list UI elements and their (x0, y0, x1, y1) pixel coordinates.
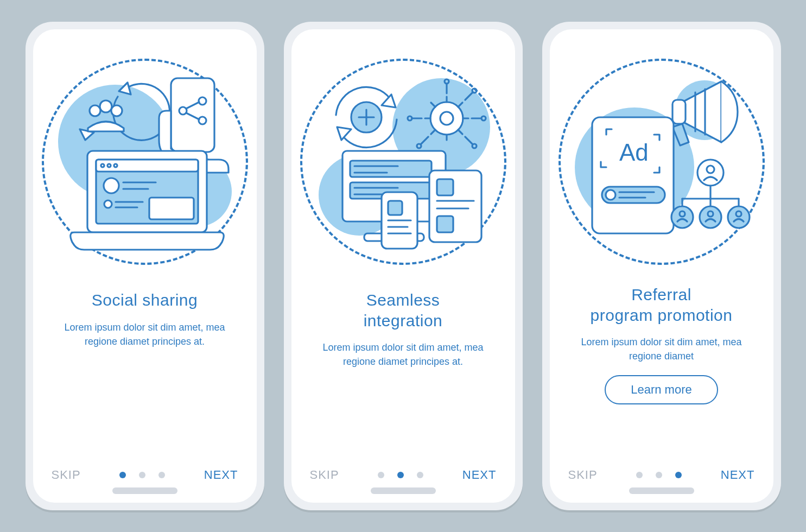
home-indicator (629, 487, 694, 494)
svg-point-3 (90, 105, 100, 116)
svg-rect-73 (592, 117, 674, 233)
phone-mockup-3: Ad (542, 22, 781, 510)
learn-more-button[interactable]: Learn more (605, 375, 718, 404)
page-dot-2[interactable] (656, 472, 662, 478)
onboarding-screen-3: Ad (550, 29, 773, 503)
svg-point-48 (472, 144, 477, 148)
next-button[interactable]: NEXT (721, 468, 755, 482)
page-dot-1[interactable] (636, 472, 643, 478)
page-dot-1[interactable] (119, 472, 126, 478)
skip-button[interactable]: SKIP (52, 468, 81, 482)
svg-rect-52 (350, 161, 431, 177)
svg-rect-20 (149, 198, 194, 219)
svg-point-44 (408, 116, 412, 121)
svg-point-75 (606, 190, 615, 200)
onboarding-title: Social sharing (92, 290, 198, 311)
svg-point-50 (417, 144, 421, 148)
illustration-referral-program: Ad (559, 59, 765, 265)
onboarding-screen-1: Social sharing Lorem ipsum dolor sit dim… (33, 29, 257, 503)
onboarding-title: Referral program promotion (591, 284, 733, 325)
svg-marker-0 (119, 83, 131, 94)
page-dot-1[interactable] (378, 472, 384, 478)
home-indicator (371, 487, 436, 494)
svg-line-37 (458, 130, 462, 134)
phone-mockup-1: Social sharing Lorem ipsum dolor sit dim… (26, 22, 264, 510)
svg-line-38 (431, 103, 435, 107)
svg-line-36 (431, 130, 435, 134)
onboarding-title: Seamless integration (364, 290, 443, 331)
svg-point-42 (481, 116, 486, 121)
svg-marker-25 (337, 127, 351, 140)
svg-point-2 (100, 100, 112, 112)
ad-label: Ad (619, 139, 649, 166)
gear-circuit-icon (408, 79, 486, 148)
page-dot-2[interactable] (139, 472, 145, 478)
onboarding-body: Lorem ipsum dolor sit dim amet, mea regi… (314, 340, 493, 369)
skip-button[interactable]: SKIP (310, 468, 339, 482)
page-dot-3[interactable] (417, 472, 423, 478)
tablet-ad-icon: Ad (592, 117, 674, 233)
onboarding-body: Lorem ipsum dolor sit dim amet, mea regi… (55, 320, 234, 349)
page-dot-3[interactable] (675, 472, 682, 478)
home-indicator (112, 487, 177, 494)
illustration-seamless-integration (300, 59, 506, 265)
svg-point-4 (111, 105, 122, 116)
svg-line-47 (465, 137, 473, 144)
svg-line-35 (458, 103, 462, 107)
illustration-social-sharing (42, 59, 248, 265)
svg-marker-24 (382, 94, 396, 107)
page-indicator (636, 472, 682, 478)
svg-rect-61 (437, 179, 453, 195)
page-indicator (119, 472, 165, 478)
desktop-tablet-phone-icon (342, 151, 481, 249)
svg-rect-5 (171, 78, 214, 152)
page-indicator (378, 472, 423, 478)
svg-rect-66 (388, 201, 402, 215)
onboarding-body: Lorem ipsum dolor sit dim amet, mea regi… (572, 335, 751, 363)
refresh-plus-icon (336, 87, 397, 147)
referral-tree-icon (671, 160, 750, 228)
onboarding-screen-2: Seamless integration Lorem ipsum dolor s… (291, 29, 515, 503)
svg-line-49 (421, 137, 428, 144)
page-dot-2[interactable] (397, 472, 404, 478)
svg-rect-64 (437, 216, 453, 232)
svg-point-21 (104, 200, 112, 208)
skip-button[interactable]: SKIP (568, 468, 598, 482)
people-group-icon (88, 100, 124, 131)
phone-mockup-2: Seamless integration Lorem ipsum dolor s… (284, 22, 523, 510)
next-button[interactable]: NEXT (462, 468, 497, 482)
svg-line-45 (465, 92, 473, 100)
svg-rect-70 (672, 100, 686, 124)
page-dot-3[interactable] (158, 472, 165, 478)
laptop-profile-icon (70, 151, 223, 250)
megaphone-icon (672, 81, 738, 145)
svg-point-40 (445, 79, 449, 84)
next-button[interactable]: NEXT (204, 468, 238, 482)
svg-point-17 (104, 178, 119, 193)
svg-point-46 (472, 88, 477, 93)
